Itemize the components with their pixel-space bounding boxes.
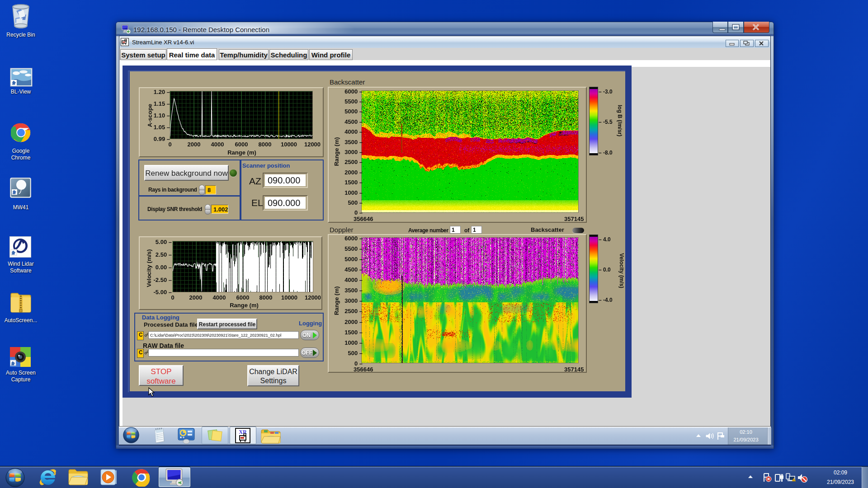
svg-text:!: ! [793,479,794,482]
